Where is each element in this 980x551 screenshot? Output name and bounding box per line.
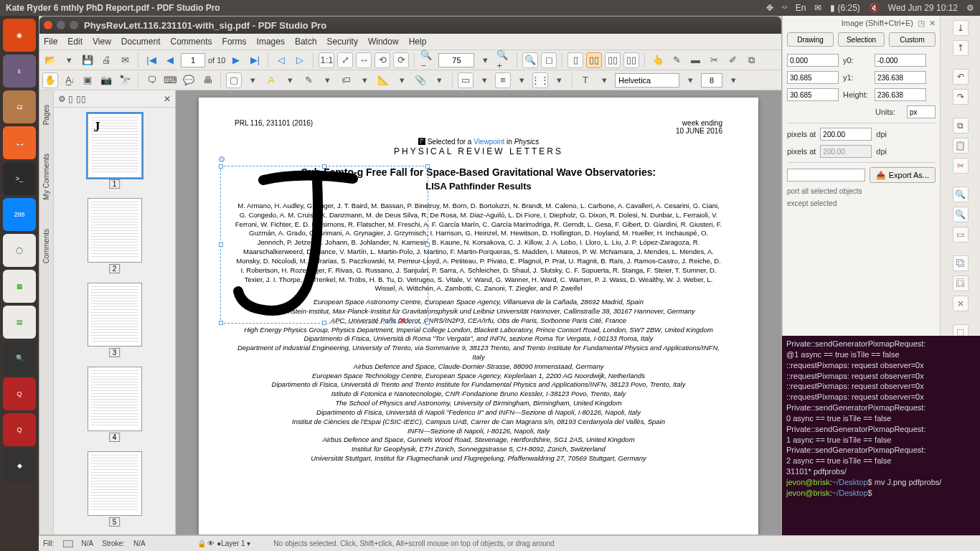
form-rect-icon[interactable]: ▭	[458, 72, 473, 88]
tab-comments[interactable]: Comments	[42, 229, 50, 263]
align-left-icon[interactable]: ≡	[495, 72, 511, 88]
clone-icon[interactable]: ⿴	[953, 276, 969, 291]
continuous-icon[interactable]: ▯▯	[586, 52, 602, 68]
facing-icon[interactable]: ▯▯	[605, 52, 621, 68]
thumb-close-icon[interactable]: ✕	[164, 94, 171, 104]
cut-icon[interactable]: ✂	[953, 158, 969, 174]
unlink-icon[interactable]: ⤫	[953, 296, 969, 311]
launcher-chrome[interactable]: ◯	[3, 234, 36, 267]
highlight-dd-icon[interactable]: ▾	[282, 72, 298, 88]
rect-dd-icon[interactable]: ▾	[245, 72, 260, 88]
annot-edit-icon[interactable]: ✎	[389, 316, 396, 326]
keyboard-lang[interactable]: En	[796, 3, 806, 13]
menu-edit[interactable]: Edit	[67, 37, 83, 47]
terminal-window[interactable]: Private::sendGeneratorPixmapRequest:@1 a…	[782, 336, 980, 551]
distribute-icon[interactable]: ⋮⋮	[532, 72, 548, 88]
menu-batch[interactable]: Batch	[295, 37, 317, 47]
y1-input[interactable]	[875, 71, 926, 84]
document-viewport[interactable]: PRL 116, 231101 (2016) week ending 10 JU…	[176, 90, 781, 534]
height-input[interactable]	[875, 88, 926, 101]
facing-cont-icon[interactable]: ▯▯	[623, 52, 639, 68]
prev-view-icon[interactable]: ◁	[273, 52, 289, 68]
menu-window[interactable]: Window	[368, 37, 399, 47]
rotate-handle-icon[interactable]	[219, 156, 225, 162]
x1-input[interactable]	[787, 71, 839, 84]
scan-icon[interactable]: 🖶	[199, 72, 215, 88]
maximize-icon[interactable]	[70, 21, 78, 29]
launcher-thunderbird[interactable]: 288	[3, 198, 36, 231]
launcher-files[interactable]: 🗂	[3, 90, 36, 123]
menu-help[interactable]: Help	[409, 37, 427, 47]
volume-icon[interactable]: 🔇	[869, 3, 880, 13]
annot-delete-icon[interactable]: ✖	[399, 316, 406, 326]
save-icon[interactable]: 💾	[80, 52, 95, 68]
font-name-input[interactable]	[615, 73, 679, 88]
fit-width-icon[interactable]: ↔	[356, 52, 372, 68]
page-thumbnail[interactable]: 3	[88, 283, 142, 347]
last-page-icon[interactable]: ▶|	[247, 52, 263, 68]
sign-icon[interactable]: ✎	[669, 52, 684, 68]
open-icon[interactable]: 📂	[42, 52, 58, 68]
wifi-icon[interactable]: ⌔	[782, 3, 787, 13]
paste-icon[interactable]: 📋	[953, 138, 969, 154]
open-dropdown-icon[interactable]: ▾	[61, 52, 77, 68]
dropbox-icon[interactable]: ✥	[766, 3, 773, 13]
print-icon[interactable]: 🖨	[98, 52, 114, 68]
export-icon[interactable]: ⤒	[953, 40, 969, 56]
zoom-page-icon[interactable]: ▭	[953, 227, 969, 242]
units-select[interactable]	[907, 105, 936, 118]
text-style-dd-icon[interactable]: ▾	[596, 72, 612, 88]
form-rect-dd-icon[interactable]: ▾	[476, 72, 492, 88]
page-thumbnail[interactable]: 4	[88, 367, 142, 431]
launcher-inkscape[interactable]: ◆	[3, 449, 36, 482]
fill-swatch[interactable]	[63, 540, 73, 547]
close-icon[interactable]	[44, 21, 52, 29]
page-thumbnail[interactable]: 1	[88, 113, 142, 178]
menu-security[interactable]: Security	[327, 37, 358, 47]
highlight-icon[interactable]: A	[263, 72, 279, 88]
hand-tool-icon[interactable]: ✋	[42, 72, 58, 88]
width-input[interactable]	[787, 88, 839, 101]
launcher-libreoffice-calc[interactable]: ▦	[3, 270, 36, 303]
launcher-viewer[interactable]: 🔍	[3, 342, 36, 375]
actual-size-icon[interactable]: 1:1	[319, 52, 334, 68]
crop-icon[interactable]: ✂	[706, 52, 722, 68]
stamp-dd-icon[interactable]: ▾	[357, 72, 372, 88]
page-thumbnail[interactable]: 5	[88, 451, 142, 516]
layer-name[interactable]: Layer 1	[221, 540, 245, 547]
camera-icon[interactable]: 📷	[98, 72, 114, 88]
text-select-icon[interactable]: A̲ᵢ	[61, 72, 77, 88]
distribute-dd-icon[interactable]: ▾	[551, 72, 567, 88]
attach-icon[interactable]: 📎	[413, 72, 428, 88]
search-icon[interactable]: 🔭	[117, 72, 133, 88]
export-as-button[interactable]: 📤 Export As...	[870, 167, 936, 183]
x0-input[interactable]	[787, 54, 839, 67]
font-dd-icon[interactable]: ▾	[682, 72, 698, 88]
tab-selection[interactable]: Selection	[838, 32, 885, 47]
panel-detach-icon[interactable]: ◳	[918, 19, 925, 28]
zoom-input[interactable]	[438, 53, 474, 67]
dpi-input-1[interactable]	[820, 128, 872, 141]
thumb-options-icon[interactable]: ⚙ ▯ ▯▯	[58, 94, 86, 104]
single-page-icon[interactable]: ▯	[567, 52, 583, 68]
menu-forms[interactable]: Forms	[222, 37, 247, 47]
tab-my-comments[interactable]: My Comments	[42, 154, 50, 199]
tab-pages[interactable]: Pages	[42, 105, 50, 125]
gear-icon[interactable]: ⚙	[966, 3, 974, 13]
rect-annot-icon[interactable]: ▢	[226, 72, 242, 88]
clock[interactable]: Wed Jun 29 10:12	[888, 3, 958, 13]
size-dd-icon[interactable]: ▾	[725, 72, 741, 88]
launcher-emacs[interactable]: ε	[3, 55, 36, 88]
measure-dd-icon[interactable]: ▾	[394, 72, 410, 88]
loupe-icon[interactable]: 🔍	[522, 52, 538, 68]
launcher-firefox[interactable]: 🦊	[3, 126, 36, 159]
align-dd-icon[interactable]: ▾	[514, 72, 529, 88]
page-number-input[interactable]	[181, 53, 205, 67]
launcher-pdfstudio-2[interactable]: Q	[3, 413, 36, 446]
mail-icon[interactable]: ✉	[814, 3, 821, 13]
typewriter-icon[interactable]: ⌨	[162, 72, 178, 88]
pencil-dd-icon[interactable]: ▾	[319, 72, 335, 88]
text-style-icon[interactable]: T	[578, 72, 593, 88]
undo-icon[interactable]: ↶	[953, 69, 969, 85]
font-size-input[interactable]	[701, 73, 722, 88]
